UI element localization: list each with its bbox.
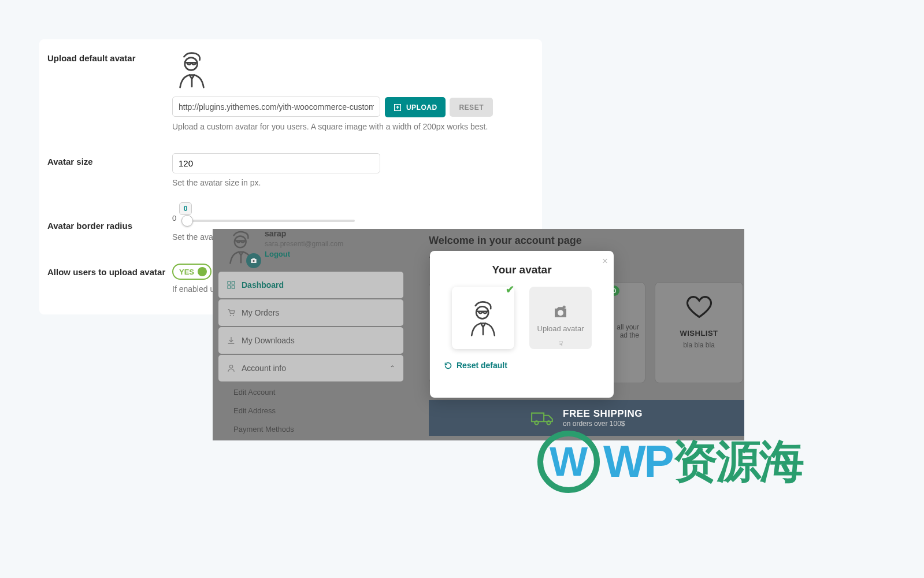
row-upload-avatar: Upload default avatar UPLOAD <box>39 50 542 131</box>
camera-plus-icon <box>551 303 570 321</box>
chevron-up-icon: ⌃ <box>389 364 395 372</box>
label-border-radius: Avatar border radius <box>47 209 172 231</box>
label-avatar-size: Avatar size <box>47 153 172 166</box>
svg-point-13 <box>558 310 563 316</box>
avatar-person-icon <box>172 50 211 89</box>
border-radius-slider[interactable] <box>181 220 355 222</box>
cursor-icon: ☟ <box>559 340 563 348</box>
upload-icon <box>393 103 402 112</box>
slider-min-label: 0 <box>172 214 176 223</box>
avatar-option-default[interactable]: ✔ <box>452 287 514 349</box>
default-avatar-preview <box>172 50 534 91</box>
user-icon <box>227 364 236 373</box>
slider-value-bubble: 0 <box>179 202 192 215</box>
watermark: W WP资源海 <box>537 431 803 493</box>
label-allow-upload: Allow users to upload avatar <box>47 264 172 277</box>
submenu-payment-methods[interactable]: Payment Methods <box>218 420 403 438</box>
upload-hint: Upload a custom avatar for you users. A … <box>172 122 534 131</box>
svg-point-7 <box>230 315 231 316</box>
preview-logout-link[interactable]: Logout <box>265 250 343 258</box>
refresh-icon <box>444 361 452 370</box>
dashboard-icon <box>227 280 236 290</box>
preview-user-avatar[interactable] <box>223 229 259 265</box>
preview-page-title: Welcome in your account page <box>429 235 744 247</box>
preview-menu: Dashboard My Orders My Downloads Account… <box>218 272 403 438</box>
avatar-modal: × Your avatar ✔ Upload avatar ☟ Reset de… <box>430 251 614 398</box>
camera-badge-icon[interactable] <box>246 253 261 268</box>
heart-icon <box>682 292 717 322</box>
svg-rect-4 <box>232 281 235 284</box>
avatar-size-input[interactable] <box>172 153 380 173</box>
avatar-option-upload[interactable]: Upload avatar ☟ <box>529 287 592 349</box>
cart-icon <box>227 308 236 317</box>
allow-upload-toggle[interactable]: YES <box>172 264 211 280</box>
modal-title: Your avatar <box>444 264 600 276</box>
label-upload-avatar: Upload default avatar <box>47 50 172 63</box>
check-icon: ✔ <box>506 283 514 296</box>
modal-close-button[interactable]: × <box>602 255 608 267</box>
upload-button[interactable]: UPLOAD <box>385 97 446 117</box>
menu-downloads[interactable]: My Downloads <box>218 327 403 354</box>
submenu-edit-account[interactable]: Edit Account <box>218 383 403 401</box>
size-hint: Set the avatar size in px. <box>172 178 534 187</box>
menu-orders[interactable]: My Orders <box>218 299 403 326</box>
avatar-person-icon <box>464 299 502 337</box>
preview-sidebar: sarap sara.presenti@gmail.com Logout Das… <box>218 229 403 438</box>
reset-button[interactable]: RESET <box>450 98 493 117</box>
toggle-dot <box>198 267 207 276</box>
preview-email: sara.presenti@gmail.com <box>265 240 343 248</box>
slider-thumb[interactable] <box>181 215 193 227</box>
menu-account-info[interactable]: Account info⌃ <box>218 355 403 381</box>
svg-rect-6 <box>232 286 235 288</box>
submenu-edit-address[interactable]: Edit Address <box>218 401 403 420</box>
svg-point-10 <box>535 421 538 424</box>
svg-point-2 <box>253 260 255 262</box>
avatar-url-input[interactable] <box>172 97 380 117</box>
svg-point-11 <box>547 421 550 424</box>
truck-icon <box>530 409 555 427</box>
svg-point-9 <box>229 365 232 368</box>
preview-user-block: sarap sara.presenti@gmail.com Logout <box>218 229 403 272</box>
svg-point-8 <box>233 315 234 316</box>
row-avatar-size: Avatar size Set the avatar size in px. <box>39 153 542 187</box>
watermark-logo-icon: W <box>537 431 600 493</box>
reset-default-link[interactable]: Reset default <box>444 361 600 370</box>
menu-dashboard[interactable]: Dashboard <box>218 272 403 298</box>
preview-username: sarap <box>265 229 343 238</box>
download-icon <box>227 336 236 345</box>
svg-rect-5 <box>228 286 231 288</box>
preview-card-wishlist[interactable]: WISHLIST bla bla bla <box>655 282 743 383</box>
svg-rect-3 <box>228 281 231 284</box>
